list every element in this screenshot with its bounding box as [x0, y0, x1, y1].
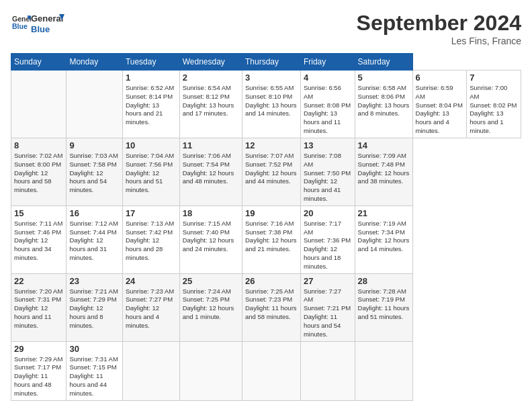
header-sunday: Sunday [11, 54, 66, 71]
day-number: 27 [304, 276, 352, 286]
day-info: Sunrise: 7:12 AMSunset: 7:44 PMDaylight:… [69, 220, 119, 263]
calendar-week-row: 1 Sunrise: 6:52 AMSunset: 8:14 PMDayligh… [11, 71, 521, 138]
table-row: 5 Sunrise: 6:58 AMSunset: 8:06 PMDayligh… [355, 71, 412, 138]
day-info: Sunrise: 7:16 AMSunset: 7:38 PMDaylight:… [245, 220, 298, 254]
month-title: September 2024 [357, 11, 521, 36]
calendar-table: Sunday Monday Tuesday Wednesday Thursday… [11, 53, 521, 401]
table-row: 11 Sunrise: 7:06 AMSunset: 7:54 PMDaylig… [179, 138, 242, 205]
table-row [122, 341, 179, 400]
table-row: 12 Sunrise: 7:07 AMSunset: 7:52 PMDaylig… [242, 138, 300, 205]
svg-text:General: General [31, 13, 63, 24]
table-row: 14 Sunrise: 7:09 AMSunset: 7:48 PMDaylig… [355, 138, 412, 205]
day-number: 25 [183, 276, 239, 286]
day-info: Sunrise: 6:54 AMSunset: 8:12 PMDaylight:… [183, 84, 239, 118]
table-row: 13 Sunrise: 7:08 AMSunset: 7:50 PMDaylig… [300, 138, 355, 205]
logo: General Blue General Blue [11, 11, 64, 36]
day-number: 22 [14, 276, 63, 286]
calendar-week-row: 8 Sunrise: 7:02 AMSunset: 8:00 PMDayligh… [11, 138, 521, 205]
table-row: 6 Sunrise: 6:59 AMSunset: 8:04 PMDayligh… [412, 71, 467, 138]
calendar-header-row: Sunday Monday Tuesday Wednesday Thursday… [11, 54, 521, 71]
day-info: Sunrise: 7:24 AMSunset: 7:25 PMDaylight:… [183, 287, 239, 322]
header-tuesday: Tuesday [122, 54, 179, 71]
day-number: 29 [14, 344, 63, 354]
table-row: 24 Sunrise: 7:23 AMSunset: 7:27 PMDaylig… [122, 273, 179, 341]
logo-icon: General Blue [12, 13, 31, 32]
logo-svg: General Blue [31, 11, 64, 36]
header-wednesday: Wednesday [179, 54, 242, 71]
title-block: September 2024 Les Fins, France [357, 11, 521, 46]
table-row [66, 71, 122, 138]
table-row: 30 Sunrise: 7:31 AMSunset: 7:15 PMDaylig… [66, 341, 122, 400]
day-number: 13 [304, 140, 352, 150]
svg-text:Blue: Blue [12, 22, 28, 30]
table-row: 3 Sunrise: 6:55 AMSunset: 8:10 PMDayligh… [242, 71, 300, 138]
day-info: Sunrise: 7:17 AMSunset: 7:36 PMDaylight:… [304, 220, 352, 271]
day-info: Sunrise: 6:59 AMSunset: 8:04 PMDaylight:… [416, 84, 464, 136]
day-info: Sunrise: 6:52 AMSunset: 8:14 PMDaylight:… [126, 84, 177, 127]
calendar-week-row: 22 Sunrise: 7:20 AMSunset: 7:31 PMDaylig… [11, 273, 521, 341]
header-monday: Monday [66, 54, 122, 71]
table-row: 4 Sunrise: 6:56 AMSunset: 8:08 PMDayligh… [300, 71, 355, 138]
day-number: 28 [358, 276, 410, 286]
table-row: 16 Sunrise: 7:12 AMSunset: 7:44 PMDaylig… [66, 205, 122, 273]
day-number: 1 [126, 73, 177, 83]
table-row: 21 Sunrise: 7:19 AMSunset: 7:34 PMDaylig… [355, 205, 412, 273]
day-number: 15 [14, 208, 63, 218]
day-info: Sunrise: 7:00 AMSunset: 8:02 PMDaylight:… [470, 84, 518, 136]
day-number: 14 [358, 140, 410, 150]
day-number: 19 [245, 208, 298, 218]
table-row: 23 Sunrise: 7:21 AMSunset: 7:29 PMDaylig… [66, 273, 122, 341]
table-row: 27 Sunrise: 7:27 AMSunset: 7:21 PMDaylig… [300, 273, 355, 341]
day-info: Sunrise: 6:55 AMSunset: 8:10 PMDaylight:… [245, 84, 298, 118]
day-number: 5 [358, 73, 410, 83]
day-info: Sunrise: 7:25 AMSunset: 7:23 PMDaylight:… [245, 287, 298, 322]
day-info: Sunrise: 7:04 AMSunset: 7:56 PMDaylight:… [126, 152, 177, 195]
table-row: 22 Sunrise: 7:20 AMSunset: 7:31 PMDaylig… [11, 273, 66, 341]
table-row: 10 Sunrise: 7:04 AMSunset: 7:56 PMDaylig… [122, 138, 179, 205]
day-number: 16 [69, 208, 119, 218]
table-row: 19 Sunrise: 7:16 AMSunset: 7:38 PMDaylig… [242, 205, 300, 273]
table-row: 1 Sunrise: 6:52 AMSunset: 8:14 PMDayligh… [122, 71, 179, 138]
day-number: 17 [126, 208, 177, 218]
table-row [300, 341, 355, 400]
day-info: Sunrise: 7:20 AMSunset: 7:31 PMDaylight:… [14, 287, 63, 330]
day-number: 21 [358, 208, 410, 218]
day-number: 2 [183, 73, 239, 83]
table-row: 15 Sunrise: 7:11 AMSunset: 7:46 PMDaylig… [11, 205, 66, 273]
day-number: 6 [416, 73, 464, 83]
day-info: Sunrise: 7:03 AMSunset: 7:58 PMDaylight:… [69, 152, 119, 195]
day-number: 18 [183, 208, 239, 218]
day-number: 30 [69, 344, 119, 354]
day-number: 26 [245, 276, 298, 286]
day-number: 10 [126, 140, 177, 150]
header-saturday: Saturday [355, 54, 412, 71]
day-number: 12 [245, 140, 298, 150]
table-row: 9 Sunrise: 7:03 AMSunset: 7:58 PMDayligh… [66, 138, 122, 205]
table-row: 17 Sunrise: 7:13 AMSunset: 7:42 PMDaylig… [122, 205, 179, 273]
table-row: 25 Sunrise: 7:24 AMSunset: 7:25 PMDaylig… [179, 273, 242, 341]
day-number: 7 [470, 73, 518, 83]
table-row: 18 Sunrise: 7:15 AMSunset: 7:40 PMDaylig… [179, 205, 242, 273]
table-row: 2 Sunrise: 6:54 AMSunset: 8:12 PMDayligh… [179, 71, 242, 138]
table-row: 8 Sunrise: 7:02 AMSunset: 8:00 PMDayligh… [11, 138, 66, 205]
table-row: 29 Sunrise: 7:29 AMSunset: 7:17 PMDaylig… [11, 341, 66, 400]
header-friday: Friday [300, 54, 355, 71]
day-info: Sunrise: 7:19 AMSunset: 7:34 PMDaylight:… [358, 220, 410, 254]
day-info: Sunrise: 7:28 AMSunset: 7:19 PMDaylight:… [358, 287, 410, 322]
day-info: Sunrise: 7:11 AMSunset: 7:46 PMDaylight:… [14, 220, 63, 263]
day-info: Sunrise: 6:56 AMSunset: 8:08 PMDaylight:… [304, 84, 352, 136]
day-number: 11 [183, 140, 239, 150]
table-row [179, 341, 242, 400]
day-info: Sunrise: 7:29 AMSunset: 7:17 PMDaylight:… [14, 355, 63, 398]
day-info: Sunrise: 7:23 AMSunset: 7:27 PMDaylight:… [126, 287, 177, 330]
location: Les Fins, France [357, 36, 521, 46]
table-row: 7 Sunrise: 7:00 AMSunset: 8:02 PMDayligh… [467, 71, 521, 138]
day-info: Sunrise: 7:08 AMSunset: 7:50 PMDaylight:… [304, 152, 352, 203]
day-info: Sunrise: 7:31 AMSunset: 7:15 PMDaylight:… [69, 355, 119, 398]
day-info: Sunrise: 7:09 AMSunset: 7:48 PMDaylight:… [358, 152, 410, 186]
day-number: 3 [245, 73, 298, 83]
svg-text:Blue: Blue [31, 24, 50, 34]
table-row [355, 341, 412, 400]
header: General Blue General Blue September 2024… [11, 11, 521, 46]
calendar-week-row: 15 Sunrise: 7:11 AMSunset: 7:46 PMDaylig… [11, 205, 521, 273]
